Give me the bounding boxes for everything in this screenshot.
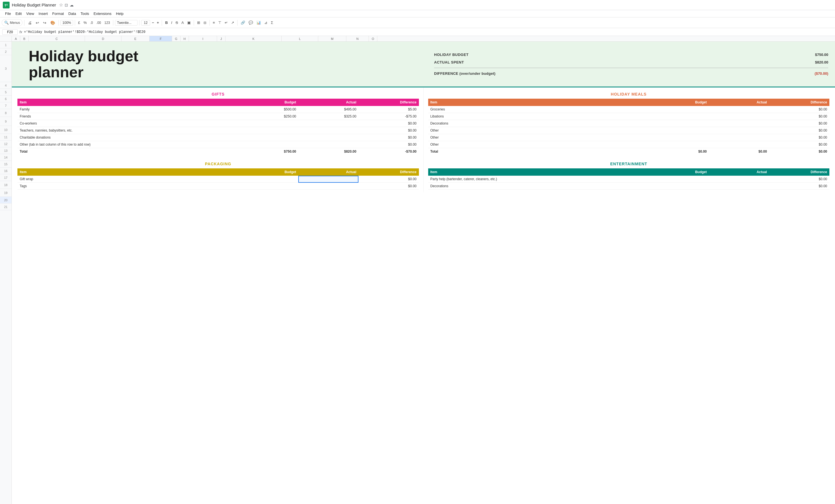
- link-button[interactable]: 🔗: [239, 20, 247, 26]
- row-num-3[interactable]: 3: [0, 55, 12, 82]
- cell-pkg-tags-item[interactable]: Tags: [17, 183, 238, 190]
- decimal-inc-button[interactable]: .00: [95, 20, 103, 26]
- comment-button[interactable]: 💬: [247, 20, 254, 26]
- col-header-l[interactable]: L: [282, 36, 318, 41]
- row-num-20[interactable]: 20: [0, 197, 12, 204]
- row-num-11[interactable]: 11: [0, 134, 12, 141]
- col-header-a[interactable]: A: [12, 36, 20, 41]
- cell-meals-decorations-diff[interactable]: $0.00: [769, 120, 829, 127]
- row-num-17[interactable]: 17: [0, 174, 12, 181]
- table-row[interactable]: Groceries $0.00: [428, 106, 830, 113]
- menu-help[interactable]: Help: [114, 11, 126, 17]
- cell-pkg-giftwrap-budget[interactable]: [238, 176, 298, 183]
- cell-gifts-charity-budget[interactable]: [238, 134, 298, 141]
- cell-meals-libations-actual[interactable]: [709, 113, 769, 120]
- drive-icon[interactable]: ⊡: [65, 3, 68, 7]
- cell-meals-total-diff[interactable]: $0.00: [769, 148, 829, 155]
- cloud-icon[interactable]: ☁: [70, 3, 74, 7]
- cell-meals-other2-actual[interactable]: [709, 134, 769, 141]
- meals-total-row[interactable]: Total $0.00 $0.00 $0.00: [428, 148, 830, 155]
- cell-meals-other3-budget[interactable]: [649, 141, 709, 148]
- font-size-field[interactable]: 12: [141, 20, 150, 26]
- cell-gifts-total-diff[interactable]: -$70.00: [359, 148, 419, 155]
- chart-button[interactable]: 📊: [255, 20, 262, 26]
- cell-gifts-teachers-budget[interactable]: [238, 127, 298, 134]
- menu-insert[interactable]: Insert: [36, 11, 50, 17]
- row-num-21[interactable]: 21: [0, 204, 12, 210]
- print-button[interactable]: 🖨: [26, 19, 34, 26]
- rotate-button[interactable]: ↗: [230, 20, 236, 26]
- col-header-c[interactable]: C: [29, 36, 85, 41]
- cell-meals-libations-item[interactable]: Libations: [428, 113, 649, 120]
- col-header-h[interactable]: H: [181, 36, 189, 41]
- cell-meals-decorations-budget[interactable]: [649, 120, 709, 127]
- cell-reference-input[interactable]: [2, 29, 18, 35]
- menu-tools[interactable]: Tools: [78, 11, 91, 17]
- col-header-k[interactable]: K: [225, 36, 282, 41]
- row-num-10[interactable]: 10: [0, 126, 12, 134]
- row-num-15[interactable]: 15: [0, 161, 12, 168]
- table-row[interactable]: Friends $250.00 $325.00 -$75.00: [17, 113, 419, 120]
- cell-meals-groceries-actual[interactable]: [709, 106, 769, 113]
- text-color-button[interactable]: A: [180, 20, 185, 26]
- cell-meals-libations-diff[interactable]: $0.00: [769, 113, 829, 120]
- star-icon[interactable]: ☆: [59, 2, 63, 7]
- font-select[interactable]: Twentie...: [115, 20, 138, 26]
- cell-ent-decorations-diff[interactable]: $0.00: [769, 183, 829, 190]
- cell-gifts-teachers-actual[interactable]: [298, 127, 359, 134]
- cell-meals-groceries-diff[interactable]: $0.00: [769, 106, 829, 113]
- row-num-14[interactable]: 14: [0, 154, 12, 161]
- paint-format-button[interactable]: 🎨: [49, 19, 57, 26]
- cell-gifts-charity-item[interactable]: Charitable donations: [17, 134, 238, 141]
- table-row[interactable]: Teachers, nannies, babysitters, etc. $0.…: [17, 127, 419, 134]
- cell-meals-other1-budget[interactable]: [649, 127, 709, 134]
- cell-gifts-coworkers-item[interactable]: Co-workers: [17, 120, 238, 127]
- cell-meals-other3-item[interactable]: Other: [428, 141, 649, 148]
- row-num-19[interactable]: 19: [0, 189, 12, 197]
- table-row[interactable]: Party help (bartender, caterer, cleaners…: [428, 176, 830, 183]
- cell-meals-groceries-budget[interactable]: [649, 106, 709, 113]
- row-num-5[interactable]: 5: [0, 89, 12, 96]
- row-num-9[interactable]: 9: [0, 117, 12, 126]
- zoom-select[interactable]: 100%: [60, 20, 73, 26]
- table-row[interactable]: Charitable donations $0.00: [17, 134, 419, 141]
- wrap-button[interactable]: ↵: [223, 20, 229, 26]
- cell-ent-decorations-actual[interactable]: [709, 183, 769, 190]
- cell-pkg-giftwrap-actual[interactable]: [298, 176, 359, 183]
- row-num-4[interactable]: 4: [0, 82, 12, 89]
- col-header-g[interactable]: G: [172, 36, 181, 41]
- row-num-18[interactable]: 18: [0, 181, 12, 189]
- table-row[interactable]: Other $0.00: [428, 141, 830, 148]
- table-row[interactable]: Decorations $0.00: [428, 120, 830, 127]
- cell-gifts-other-actual[interactable]: [298, 141, 359, 148]
- cell-meals-total-budget[interactable]: $0.00: [649, 148, 709, 155]
- cell-pkg-giftwrap-diff[interactable]: $0.00: [359, 176, 419, 183]
- row-num-16[interactable]: 16: [0, 168, 12, 174]
- cell-meals-other1-item[interactable]: Other: [428, 127, 649, 134]
- merge-button[interactable]: ⊟: [202, 20, 208, 26]
- cell-meals-total-actual[interactable]: $0.00: [709, 148, 769, 155]
- row-num-12[interactable]: 12: [0, 141, 12, 147]
- table-row[interactable]: Co-workers $0.00: [17, 120, 419, 127]
- menu-view[interactable]: View: [24, 11, 36, 17]
- col-header-j[interactable]: J: [217, 36, 225, 41]
- row-num-6[interactable]: 6: [0, 96, 12, 102]
- cell-gifts-friends-diff[interactable]: -$75.00: [359, 113, 419, 120]
- col-header-o[interactable]: O: [369, 36, 377, 41]
- cell-meals-libations-budget[interactable]: [649, 113, 709, 120]
- table-row[interactable]: Decorations $0.00: [428, 183, 830, 190]
- cell-meals-other3-actual[interactable]: [709, 141, 769, 148]
- cell-meals-total-item[interactable]: Total: [428, 148, 649, 155]
- cell-gifts-friends-actual[interactable]: $325.00: [298, 113, 359, 120]
- cell-meals-other2-item[interactable]: Other: [428, 134, 649, 141]
- cell-meals-decorations-item[interactable]: Decorations: [428, 120, 649, 127]
- table-row[interactable]: Other (tab in last column of this row to…: [17, 141, 419, 148]
- cell-gifts-other-diff[interactable]: $0.00: [359, 141, 419, 148]
- valign-button[interactable]: ⊤: [217, 20, 223, 26]
- italic-button[interactable]: I: [170, 20, 174, 26]
- cell-gifts-family-budget[interactable]: $500.00: [238, 106, 298, 113]
- table-row[interactable]: Gift wrap $0.00: [17, 176, 419, 183]
- cell-ent-party-item[interactable]: Party help (bartender, caterer, cleaners…: [428, 176, 649, 183]
- table-row[interactable]: Family $500.00 $495.00 $5.00: [17, 106, 419, 113]
- cell-gifts-coworkers-budget[interactable]: [238, 120, 298, 127]
